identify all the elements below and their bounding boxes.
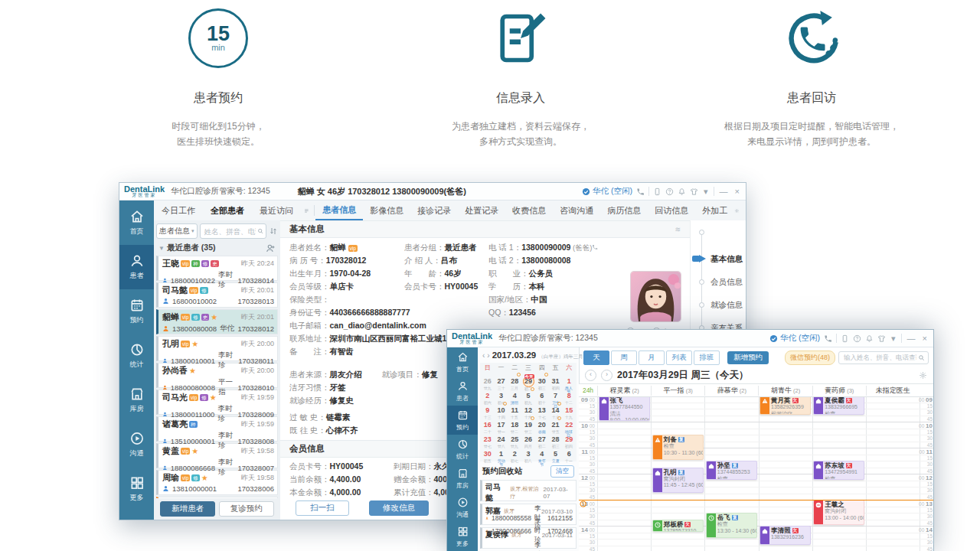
minimize-button[interactable]: —	[718, 187, 730, 196]
mini-calendar-day[interactable]: 3初八	[521, 445, 535, 460]
user-status[interactable]: 华佗 (空闲)	[769, 333, 820, 344]
patient-tab-6[interactable]: 病历信息	[600, 201, 648, 220]
mini-calendar-day[interactable]: 18廿二	[508, 416, 521, 431]
sidebar-item-pie[interactable]: 统计	[447, 435, 478, 464]
appointment-block[interactable]: 郑板桥欠13785573310	[652, 520, 704, 532]
patient-tab-2[interactable]: 接诊记录	[410, 201, 458, 220]
sort-icon[interactable]	[269, 227, 278, 236]
patient-tab-1[interactable]: 影像信息	[363, 201, 410, 220]
notification-bell-icon[interactable]	[678, 187, 686, 196]
anchor-menu-item[interactable]: 会员信息	[710, 277, 743, 288]
appointment-block[interactable]: 刘备复检查10:30 - 11:30 (60m)	[652, 435, 704, 460]
device-icon[interactable]	[841, 334, 849, 343]
mini-calendar-day[interactable]: 1愚人节	[562, 373, 576, 387]
mini-calendar-day[interactable]: 28初三	[549, 431, 563, 445]
mini-calendar-day[interactable]: 17廿一	[495, 416, 508, 431]
mini-calendar-day[interactable]: 23廿七	[481, 431, 495, 445]
mini-calendar-day[interactable]: 13十七	[535, 402, 549, 416]
next-month-button[interactable]: ›	[487, 351, 489, 360]
modify-info-button[interactable]: 修改信息	[369, 500, 429, 516]
theme-shirt-icon[interactable]	[690, 187, 698, 196]
user-status[interactable]: 华佗 (空闲)	[582, 186, 632, 197]
view-button-4[interactable]: 排班	[694, 350, 720, 365]
mini-calendar-day[interactable]: 19廿三	[521, 416, 535, 431]
mini-calendar-day[interactable]: 5立夏	[549, 445, 563, 460]
patient-list-item[interactable]: 司马光vip修★昨天 19:5913800011000李时珍170328009	[156, 390, 278, 415]
dropdown-caret-icon[interactable]: ▾	[890, 334, 897, 343]
mini-calendar-day[interactable]: 5初九	[521, 387, 535, 402]
phone-icon[interactable]	[824, 334, 832, 343]
dropdown-caret-icon[interactable]: ▾	[702, 187, 710, 196]
mini-calendar-day[interactable]: 2初七	[508, 445, 521, 460]
appointment-block[interactable]: 王羲之窝沟封闭13:00 - 14:00 (60m)	[813, 500, 864, 525]
mini-calendar-day[interactable]: 6十一	[562, 445, 576, 460]
sidebar-item-user[interactable]: 患者	[119, 245, 154, 289]
appointment-block[interactable]: 苏东坡欠13472954991检查	[813, 461, 864, 480]
doctor-column-header[interactable]: 未指定医生	[866, 386, 920, 396]
patient-list-item[interactable]: 孔明vip★昨天 20:0013800010001李时珍170328011	[156, 336, 278, 361]
search-icon[interactable]	[257, 227, 263, 235]
appointment-block[interactable]: 孔明复窝沟封闭11:45 - 12:45 (60m)	[652, 468, 704, 493]
mini-calendar-day[interactable]: 27初二	[535, 431, 549, 445]
mini-calendar-day[interactable]: 6初十	[535, 387, 549, 402]
clear-recycle-button[interactable]: 清空	[550, 465, 574, 478]
help-icon[interactable]	[665, 187, 674, 196]
calendar-search-input[interactable]	[842, 353, 918, 362]
mini-calendar-day[interactable]: 30初三	[535, 373, 549, 387]
appointment-block[interactable]: 张飞13577844550清洁9:00 - 10:00 (60m)	[599, 396, 650, 421]
mini-calendar-day[interactable]: 24廿八	[495, 431, 508, 445]
mini-calendar-day[interactable]: 27三十	[495, 373, 508, 387]
device-icon[interactable]	[653, 187, 662, 196]
person-add-icon[interactable]	[266, 243, 276, 253]
notification-bell-icon[interactable]	[865, 334, 874, 343]
patient-list-item[interactable]: 孙尚香★昨天 20:0018800080008平一指170328010	[156, 363, 278, 388]
sidebar-item-grid[interactable]: 更多	[447, 522, 478, 551]
patient-list-item[interactable]: 王晓vip种修史昨天 20:2418800010022李时珍170328014	[156, 256, 278, 281]
theme-shirt-icon[interactable]	[877, 334, 886, 343]
add-patient-button[interactable]: 新增患者	[160, 501, 215, 517]
sidebar-item-store[interactable]: 库房	[447, 464, 478, 493]
gear-icon[interactable]	[919, 371, 927, 380]
patient-tab-8[interactable]: 外加工	[695, 201, 734, 220]
mini-calendar-day[interactable]: 12十六	[521, 402, 535, 416]
view-button-3[interactable]: 列表	[666, 350, 692, 365]
nav-tab-0[interactable]: 今日工作	[154, 205, 203, 217]
sidebar-item-chat[interactable]: 沟通	[119, 422, 154, 467]
view-button-0[interactable]: 天	[583, 350, 609, 365]
sidebar-item-home[interactable]: 首页	[119, 201, 154, 245]
prev-month-button[interactable]: ‹	[482, 351, 485, 360]
mini-calendar-day[interactable]: 20谷雨	[535, 416, 549, 431]
nav-tab-2[interactable]: 最近访问	[252, 205, 301, 217]
mini-calendar-day[interactable]: 21廿五	[549, 416, 563, 431]
appointment-block[interactable]: 黄月英欠13582926359根管治疗	[760, 396, 811, 415]
minimize-button[interactable]: —	[906, 334, 917, 343]
mini-calendar-day[interactable]: 25廿九	[508, 431, 521, 445]
sidebar-item-home[interactable]: 首页	[447, 347, 478, 377]
doctor-column-header[interactable]: 程灵素 (2)	[597, 386, 651, 396]
patient-tab-5[interactable]: 咨询沟通	[553, 201, 600, 220]
mini-calendar-day[interactable]: 3初七	[495, 387, 508, 402]
mini-calendar-day[interactable]: 2初六	[481, 387, 495, 402]
close-button[interactable]: ×	[921, 334, 929, 343]
phone-icon[interactable]	[636, 187, 645, 196]
appointment-block[interactable]: 孙坚复13744855253检查	[706, 461, 757, 480]
sidebar-item-chat[interactable]: 沟通	[447, 493, 478, 522]
doctor-column-header[interactable]: 平一指 (3)	[651, 386, 704, 396]
search-filter-select[interactable]: 患者信息▾	[156, 223, 198, 239]
view-button-1[interactable]: 周	[611, 350, 637, 365]
patient-list-item[interactable]: 周瑜vip修★昨天 19:5813810000001170328006	[156, 470, 278, 495]
doctor-column-header[interactable]: 黄药师 (3)	[812, 386, 866, 396]
patient-list-item[interactable]: 黄盖vip★昨天 19:5818800086668李时珍170328007	[156, 443, 278, 468]
patient-list-item[interactable]: 貂蝉vip修史★昨天 20:0113800080008华佗170328012	[156, 309, 278, 334]
view-button-2[interactable]: 月	[639, 350, 665, 365]
search-icon[interactable]	[918, 354, 925, 361]
mini-calendar-day[interactable]: 30初五	[481, 445, 495, 460]
patient-avatar[interactable]	[631, 272, 681, 321]
mini-calendar-day[interactable]: 16二十	[481, 416, 495, 431]
schedule-grid[interactable]: 09 0000 0915153030454510 0000 1015153030…	[579, 396, 933, 551]
patient-search-input[interactable]	[203, 227, 257, 236]
sidebar-item-cal[interactable]: 预约	[447, 406, 478, 435]
sidebar-item-grid[interactable]: 更多	[119, 467, 154, 511]
revisit-appointment-button[interactable]: 复诊预约	[219, 501, 274, 517]
doctor-column-header[interactable]: 薛慕华 (2)	[704, 386, 758, 396]
